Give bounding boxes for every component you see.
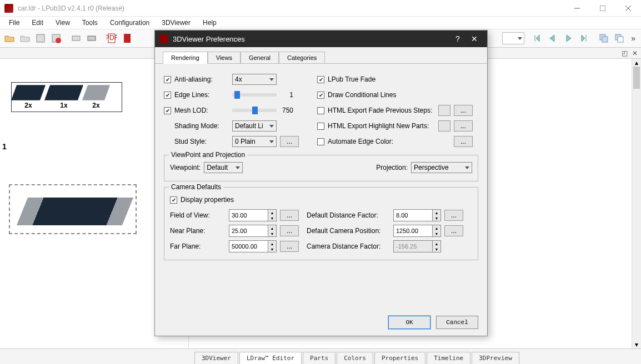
html-fade-more-button[interactable]: ... (454, 105, 473, 116)
minimize-button[interactable] (564, 0, 590, 17)
html-highlight-color-button[interactable] (438, 120, 450, 132)
svg-rect-4 (37, 34, 44, 42)
viewpoint-value: Default (207, 164, 228, 171)
tab-categories[interactable]: Categories (279, 52, 325, 63)
dcp-more-button[interactable]: ... (444, 225, 463, 236)
near-label: Near Plane: (170, 227, 226, 235)
nav-prev-icon[interactable] (545, 31, 560, 46)
toolbar-dropdown[interactable] (502, 32, 524, 44)
display-props-label: Display properties (181, 196, 234, 204)
nav-first-icon[interactable] (530, 31, 544, 46)
menu-configuration[interactable]: Configuration (104, 18, 155, 28)
tab-rendering[interactable]: Rendering (163, 52, 208, 64)
dock-close-icon[interactable]: ✕ (632, 49, 638, 57)
save-error-icon[interactable] (49, 31, 63, 46)
edge-lines-checkbox[interactable] (164, 92, 171, 99)
fov-input[interactable]: ▲▼ (229, 209, 277, 221)
menu-help[interactable]: Help (197, 18, 222, 28)
stud-style-label: Stud Style: (174, 138, 229, 145)
save-icon[interactable] (33, 31, 48, 46)
copy-icon[interactable] (597, 31, 611, 46)
dialog-body: Anti-aliasing: 4x Edge Lines: 1 Mesh LOD… (155, 64, 487, 268)
html-highlight-more-button[interactable]: ... (454, 120, 473, 132)
ddf-input[interactable]: ▲▼ (393, 209, 441, 221)
open-icon[interactable] (2, 31, 17, 46)
menu-view[interactable]: View (50, 18, 76, 28)
scroll-down-icon[interactable]: ▾ (632, 341, 641, 348)
print-preview-icon[interactable] (69, 31, 83, 46)
html-fade-color-button[interactable] (438, 105, 450, 116)
ok-button[interactable]: OK (388, 316, 430, 329)
lpub-true-fade-checkbox[interactable] (317, 76, 324, 83)
close-file-icon[interactable] (18, 31, 32, 46)
svg-point-6 (56, 38, 61, 43)
close-button[interactable] (615, 0, 641, 17)
html-fade-label: HTML Export Fade Previous Steps: (328, 107, 435, 114)
menu-file[interactable]: File (3, 18, 25, 28)
mesh-lod-slider[interactable] (232, 109, 277, 112)
dock-float-icon[interactable]: ◰ (622, 49, 628, 57)
toolbar-overflow-icon[interactable]: » (628, 34, 639, 43)
anti-aliasing-select[interactable]: 4x (232, 74, 277, 85)
parts-list[interactable]: 2x 1x 2x (11, 82, 122, 112)
tab-timeline[interactable]: Timeline (427, 352, 470, 364)
window-title: car.ldr - LPub3D v2.4.1 r0 (Release) (18, 4, 564, 12)
cancel-button[interactable]: Cancel (436, 316, 478, 329)
pli-item: 1x (47, 85, 81, 109)
scroll-up-icon[interactable]: ▴ (632, 59, 641, 67)
svg-rect-1 (600, 6, 605, 11)
nav-last-icon[interactable] (577, 31, 591, 46)
stud-style-more-button[interactable]: ... (280, 136, 299, 147)
dcp-input[interactable]: ▲▼ (393, 225, 441, 237)
maximize-button[interactable] (590, 0, 615, 17)
pdf-alt-icon[interactable] (120, 31, 134, 46)
near-input[interactable]: ▲▼ (229, 225, 277, 237)
anti-aliasing-checkbox[interactable] (164, 76, 171, 83)
projection-select[interactable]: Perspective (411, 162, 472, 173)
tab-general[interactable]: General (241, 52, 279, 63)
fov-more-button[interactable]: ... (280, 210, 299, 221)
edge-lines-slider[interactable] (232, 93, 277, 97)
pli-qty: 1x (60, 102, 67, 109)
paste-icon[interactable] (612, 31, 627, 46)
auto-edge-more-button[interactable]: ... (454, 136, 473, 147)
mesh-lod-checkbox[interactable] (164, 107, 171, 114)
stud-style-select[interactable]: 0 Plain (232, 136, 277, 147)
dialog-help-button[interactable]: ? (449, 34, 466, 43)
step-number: 1 (2, 142, 7, 151)
tab-parts[interactable]: Parts (303, 352, 335, 364)
html-highlight-checkbox[interactable] (317, 123, 324, 130)
vertical-scrollbar[interactable]: ▴ ▾ (632, 59, 641, 348)
menu-3dviewer[interactable]: 3DViewer (156, 18, 196, 28)
far-more-button[interactable]: ... (280, 241, 299, 252)
assembly-selection[interactable] (9, 184, 137, 234)
fov-label: Field of View: (170, 211, 226, 219)
tab-properties[interactable]: Properties (374, 352, 425, 364)
projection-label: Projection: (376, 164, 408, 171)
shading-mode-select[interactable]: Default Li (232, 120, 277, 132)
draw-conditional-checkbox[interactable] (317, 92, 324, 99)
bottom-tabbar: 3DViewer LDraw™ Editor Parts Colors Prop… (0, 348, 641, 364)
display-props-checkbox[interactable] (170, 196, 177, 204)
svg-rect-8 (88, 36, 96, 41)
tab-colors[interactable]: Colors (337, 352, 373, 364)
ddf-more-button[interactable]: ... (444, 210, 463, 221)
dialog-close-button[interactable]: ✕ (466, 34, 483, 43)
pdf-icon[interactable]: PDF (104, 31, 119, 46)
print-icon[interactable] (84, 31, 99, 46)
tab-3dpreview[interactable]: 3DPreview (472, 352, 519, 364)
far-input[interactable]: ▲▼ (229, 240, 277, 252)
tab-views[interactable]: Views (208, 52, 241, 63)
edge-lines-value: 1 (280, 91, 293, 99)
near-more-button[interactable]: ... (280, 225, 299, 236)
viewpoint-select[interactable]: Default (204, 162, 243, 173)
dialog-titlebar[interactable]: 3DViewer Preferences ? ✕ (155, 31, 487, 47)
html-fade-checkbox[interactable] (317, 107, 324, 114)
nav-next-icon[interactable] (561, 31, 575, 46)
scroll-thumb[interactable] (633, 67, 640, 89)
menu-tools[interactable]: Tools (77, 18, 103, 28)
tab-ldraw-editor[interactable]: LDraw™ Editor (239, 352, 302, 364)
auto-edge-checkbox[interactable] (317, 138, 324, 145)
tab-3dviewer[interactable]: 3DViewer (194, 352, 238, 364)
menu-edit[interactable]: Edit (26, 18, 49, 28)
